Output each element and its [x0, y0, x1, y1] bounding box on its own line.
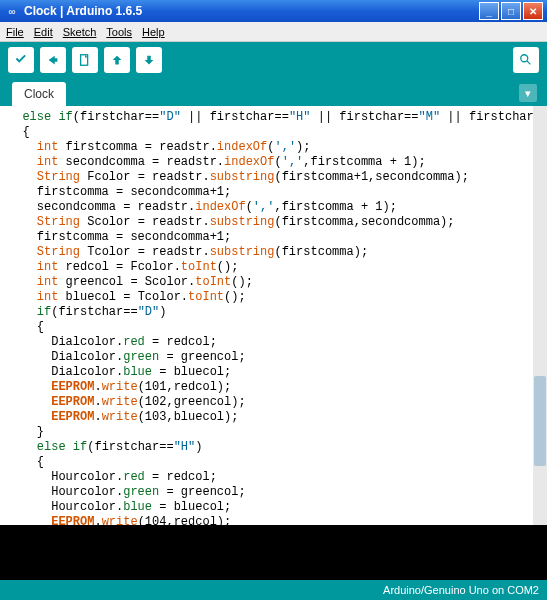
titlebar[interactable]: ∞ Clock | Arduino 1.6.5 _ □ ✕ [0, 0, 547, 22]
scroll-thumb[interactable] [534, 376, 546, 466]
vertical-scrollbar[interactable] [533, 106, 547, 525]
tab-menu-button[interactable]: ▾ [519, 84, 537, 102]
code-line: Hourcolor.blue = bluecol; [8, 500, 533, 515]
window-controls: _ □ ✕ [479, 2, 543, 20]
code-line: EEPROM.write(104,redcol); [8, 515, 533, 525]
save-button[interactable] [136, 47, 162, 73]
statusbar: Arduino/Genuino Uno on COM2 [0, 580, 547, 600]
code-line: firstcomma = secondcomma+1; [8, 185, 533, 200]
serial-monitor-button[interactable] [513, 47, 539, 73]
toolbar [0, 42, 547, 78]
code-line: Hourcolor.red = redcol; [8, 470, 533, 485]
code-line: else if(firstchar=="H") [8, 440, 533, 455]
code-line: firstcomma = secondcomma+1; [8, 230, 533, 245]
svg-rect-0 [81, 55, 88, 66]
svg-point-1 [521, 55, 528, 62]
code-line: { [8, 455, 533, 470]
menu-tools[interactable]: Tools [106, 26, 132, 38]
code-line: if(firstchar=="D") [8, 305, 533, 320]
menu-file[interactable]: File [6, 26, 24, 38]
code-line: Hourcolor.green = greencol; [8, 485, 533, 500]
code-line: int greencol = Scolor.toInt(); [8, 275, 533, 290]
code-line: EEPROM.write(103,bluecol); [8, 410, 533, 425]
code-line: { [8, 320, 533, 335]
code-line: secondcomma = readstr.indexOf(',',firstc… [8, 200, 533, 215]
minimize-button[interactable]: _ [479, 2, 499, 20]
code-line: Dialcolor.red = redcol; [8, 335, 533, 350]
menu-help[interactable]: Help [142, 26, 165, 38]
code-line: { [8, 125, 533, 140]
editor-area: else if(firstchar=="D" || firstchar=="H"… [0, 106, 547, 525]
maximize-button[interactable]: □ [501, 2, 521, 20]
menubar: File Edit Sketch Tools Help [0, 22, 547, 42]
open-button[interactable] [104, 47, 130, 73]
close-button[interactable]: ✕ [523, 2, 543, 20]
verify-button[interactable] [8, 47, 34, 73]
code-line: int bluecol = Tcolor.toInt(); [8, 290, 533, 305]
app-icon: ∞ [4, 3, 20, 19]
upload-button[interactable] [40, 47, 66, 73]
code-line: EEPROM.write(102,greencol); [8, 395, 533, 410]
code-line: EEPROM.write(101,redcol); [8, 380, 533, 395]
console-output[interactable] [0, 525, 547, 580]
code-line: else if(firstchar=="D" || firstchar=="H"… [8, 110, 533, 125]
code-line: int secondcomma = readstr.indexOf(',',fi… [8, 155, 533, 170]
code-line: int firstcomma = readstr.indexOf(','); [8, 140, 533, 155]
new-button[interactable] [72, 47, 98, 73]
tabbar: Clock ▾ [0, 78, 547, 106]
window-title: Clock | Arduino 1.6.5 [24, 4, 479, 18]
tab-clock[interactable]: Clock [12, 82, 66, 106]
menu-sketch[interactable]: Sketch [63, 26, 97, 38]
code-line: String Fcolor = readstr.substring(firstc… [8, 170, 533, 185]
board-port-status: Arduino/Genuino Uno on COM2 [383, 584, 539, 596]
code-editor[interactable]: else if(firstchar=="D" || firstchar=="H"… [0, 106, 533, 525]
code-line: Dialcolor.blue = bluecol; [8, 365, 533, 380]
code-line: } [8, 425, 533, 440]
menu-edit[interactable]: Edit [34, 26, 53, 38]
code-line: int redcol = Fcolor.toInt(); [8, 260, 533, 275]
code-line: Dialcolor.green = greencol; [8, 350, 533, 365]
code-line: String Tcolor = readstr.substring(firstc… [8, 245, 533, 260]
code-line: String Scolor = readstr.substring(firstc… [8, 215, 533, 230]
